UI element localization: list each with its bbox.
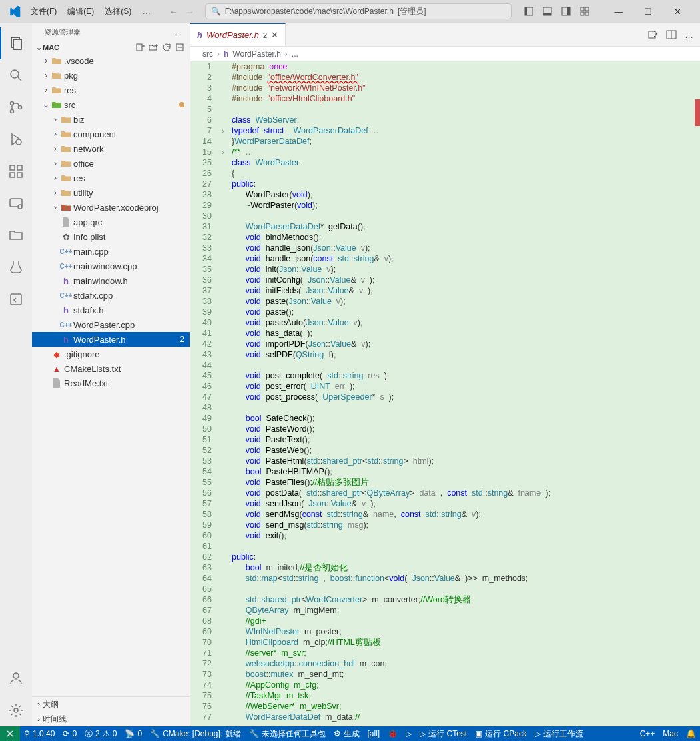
status-workflow[interactable]: ▷运行工作流 [531,726,587,741]
code-line[interactable]: 77 WordParserDataDef m_data;// [190,712,700,722]
activity-database[interactable] [0,283,32,315]
new-file-icon[interactable] [135,43,145,52]
split-editor-icon[interactable] [666,29,677,40]
code-line[interactable]: 41 void has_data( ); [190,328,700,339]
code-line[interactable]: 5 [190,104,700,115]
tree-item[interactable]: ◆.gitignore [32,347,190,361]
code-line[interactable]: 61 [190,541,700,552]
code-line[interactable]: 56 void postData( std::shared_ptr<QByteA… [190,488,700,498]
code-line[interactable]: 71 //server* m_svr; [190,648,700,658]
code-line[interactable]: 59 void send_msg(std::string msg); [190,520,700,530]
code-line[interactable]: 48 [190,402,700,413]
code-line[interactable]: 36 void initConfig( Json::Value& v ); [190,275,700,285]
code-line[interactable]: 49 bool SafeCheck(); [190,413,700,424]
file-tree[interactable]: ›.vscode›pkg›res⌄src›biz›component›netwo… [32,53,190,696]
status-version[interactable]: ⚲1.0.40 [20,726,59,741]
code-editor[interactable]: 1#pragma once2#include "office/WordConve… [190,61,700,726]
code-line[interactable]: 25class WordPaster [190,157,700,168]
tab-wordpaster-h[interactable]: h WordPaster.h 2 ✕ [190,23,286,46]
tree-item[interactable]: C++WordPaster.cpp [32,317,190,332]
tree-item[interactable]: C++stdafx.cpp [32,288,190,303]
code-line[interactable]: 66 std::shared_ptr<WordConverter> m_conv… [190,594,700,605]
code-line[interactable]: 54 bool PasteHBITMAP(); [190,466,700,477]
code-line[interactable]: 46 void post_error( UINT err ); [190,381,700,392]
layout-panel-icon[interactable] [541,5,553,17]
outline-panel[interactable]: ›大纲 [32,697,190,712]
tree-item[interactable]: ›res [32,83,190,97]
activity-source-control[interactable] [0,91,32,123]
code-line[interactable]: 4#include "office/HtmlClipboard.h" [190,93,700,104]
code-line[interactable]: 34 void handle_json(const std::string& v… [190,253,700,264]
activity-settings[interactable] [0,694,32,726]
status-sync[interactable]: ⟳0 [59,726,81,741]
code-line[interactable]: 58 void sendMsg(const std::string& name,… [190,509,700,520]
code-line[interactable]: 60 void exit(); [190,530,700,541]
code-line[interactable]: 69 WInINetPoster m_poster; [190,626,700,637]
tree-item[interactable]: ⌄src [32,97,190,112]
code-line[interactable]: 26{ [190,168,700,179]
code-line[interactable]: 57 void sendJson( Json::Value& v ); [190,498,700,509]
layout-customize-icon[interactable] [579,5,591,17]
activity-folder[interactable] [0,219,32,251]
menu-overflow[interactable]: … [137,3,156,20]
timeline-panel[interactable]: ›时间线 [32,712,190,726]
command-center[interactable]: 🔍 F:\apps\wordpaster\code\mac\src\WordPa… [205,3,512,19]
code-line[interactable]: 27public: [190,179,700,189]
code-line[interactable]: 52 void PasteWeb(); [190,445,700,456]
new-folder-icon[interactable] [149,43,158,52]
activity-remote[interactable] [0,187,32,219]
code-line[interactable]: 15›/** … [190,147,700,157]
tree-item[interactable]: C++mainwindow.cpp [32,259,190,273]
status-kit[interactable]: 🔧未选择任何工具包 [245,726,330,741]
code-line[interactable]: 2#include "office/WordConverter.h" [190,72,700,83]
tree-item[interactable]: ›.vscode [32,53,190,68]
activity-account[interactable] [0,662,32,694]
code-line[interactable]: 28 WordPaster(void); [190,189,700,200]
breadcrumb[interactable]: src › h WordPaster.h › ... [190,47,700,61]
code-line[interactable]: 45 void post_complete( std::string res )… [190,370,700,381]
refresh-icon[interactable] [162,43,171,52]
window-minimize[interactable]: — [604,1,633,21]
code-line[interactable]: 35 void init(Json::Value v); [190,264,700,275]
sidebar-more-icon[interactable]: … [175,29,182,37]
code-line[interactable]: 38 void paste(Json::Value v); [190,296,700,307]
code-line[interactable]: 65 [190,584,700,594]
code-line[interactable]: 50 void PasteWord(); [190,424,700,434]
code-line[interactable]: 62public: [190,552,700,562]
status-ports[interactable]: 📡0 [121,726,146,741]
tree-item[interactable]: ›pkg [32,68,190,83]
code-line[interactable]: 70 HtmlClipboard m_clp;//HTML剪贴板 [190,637,700,648]
tree-item[interactable]: ›WordPaster.xcodeproj [32,200,190,215]
activity-explorer[interactable] [0,27,32,59]
tree-item[interactable]: ›network [32,141,190,156]
window-close[interactable]: ✕ [663,1,692,21]
code-line[interactable]: 31 WordParserDataDef* getData(); [190,221,700,232]
activity-run-debug[interactable] [0,123,32,155]
code-line[interactable]: 53 void PasteHtml(std::shared_ptr<std::s… [190,456,700,466]
status-bell-icon[interactable]: 🔔 [682,729,700,738]
tree-item[interactable]: ›utility [32,185,190,200]
code-line[interactable]: 74 //AppConfig m_cfg; [190,680,700,690]
code-line[interactable]: 76 //WebServer* m_webSvr; [190,701,700,712]
fold-icon[interactable]: › [218,147,228,157]
code-line[interactable]: 29 ~WordPaster(void); [190,200,700,211]
code-line[interactable]: 14}WordParserDataDef; [190,136,700,147]
status-os[interactable]: Mac [659,729,682,738]
status-target[interactable]: [all] [364,726,384,741]
code-line[interactable]: 51 void PasteText(); [190,434,700,445]
code-line[interactable]: 72 websocketpp::connection_hdl m_con; [190,658,700,669]
code-line[interactable]: 67 QByteArray m_imgMem; [190,605,700,616]
tree-item[interactable]: hmainwindow.h [32,273,190,288]
activity-search[interactable] [0,59,32,91]
nav-forward-icon[interactable]: → [186,7,194,17]
tree-item[interactable]: C++main.cpp [32,244,190,259]
status-run[interactable]: ▷ [402,726,416,741]
status-cpack[interactable]: ▣运行 CPack [471,726,531,741]
tree-item[interactable]: ReadMe.txt [32,376,190,390]
code-line[interactable]: 3#include "network/WInINetPoster.h" [190,83,700,93]
tree-item[interactable]: hWordPaster.h2 [32,332,190,347]
activity-extensions[interactable] [0,155,32,187]
code-line[interactable]: 68 //gdi+ [190,616,700,626]
code-line[interactable]: 30 [190,211,700,221]
code-line[interactable]: 63 bool m_inited;//是否初始化 [190,562,700,573]
